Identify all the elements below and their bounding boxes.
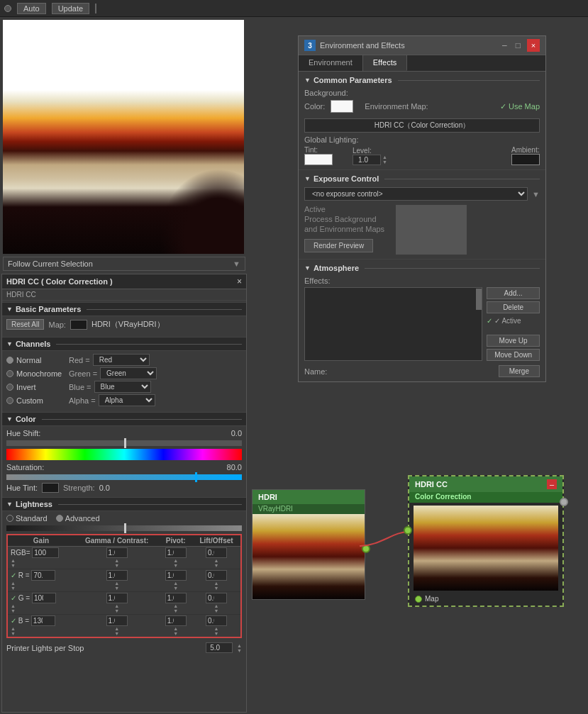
basic-params-title: Basic Parameters [16, 305, 81, 313]
g-check: ✓ [11, 594, 16, 602]
r-lift-input[interactable] [206, 570, 227, 581]
atm-line [365, 268, 540, 269]
common-params-section: ▼ Common Parameters Background: Color: E… [299, 72, 545, 169]
g-lift-input[interactable] [206, 593, 227, 603]
cc-node-subtitle: Color Correction [409, 492, 562, 503]
tab-effects[interactable]: Effects [363, 55, 407, 71]
maximize-button[interactable]: □ [514, 40, 523, 50]
b-gain-input[interactable] [31, 615, 55, 626]
lightness-content: Standard Advanced Gain Gamma / Contrast:… [2, 511, 246, 657]
cc-map-row: Map [409, 593, 562, 606]
delete-button[interactable]: Delete [487, 301, 540, 313]
merge-button[interactable]: Merge [499, 365, 540, 377]
hue-tint-swatch[interactable] [42, 483, 59, 493]
rgb-pivot-input[interactable] [165, 547, 187, 558]
saturation-slider[interactable] [6, 474, 242, 480]
bg-color-swatch[interactable] [331, 100, 353, 113]
b-lift-input[interactable] [206, 615, 227, 626]
mono-radio[interactable] [6, 370, 13, 377]
r-gain-input[interactable] [31, 570, 55, 581]
green-channel-select[interactable]: Green [100, 367, 157, 379]
tint-swatch[interactable] [304, 154, 333, 165]
ambient-swatch[interactable] [511, 154, 540, 165]
r-gamma-input[interactable] [106, 570, 128, 581]
rgb-lift-input[interactable] [206, 547, 227, 558]
ambient-label: Ambient: [511, 146, 540, 154]
add-button[interactable]: Add... [487, 287, 540, 299]
col-lift: Lift/Offset [192, 535, 241, 547]
use-map-check[interactable]: ✓ Use Map [500, 102, 540, 111]
red-eq: Red = [69, 356, 90, 364]
exp-process-row: Process Background [304, 215, 384, 223]
standard-radio[interactable] [6, 515, 13, 522]
hdri-output-connector[interactable] [362, 545, 370, 553]
tab-environment[interactable]: Environment [299, 55, 363, 71]
blue-channel-select[interactable]: Blue [94, 381, 151, 393]
gain-thumb [124, 523, 126, 533]
top-toolbar: Auto Update [0, 0, 588, 17]
bg-row: Color: Environment Map: ✓ Use Map [304, 100, 540, 113]
cc-output-connector[interactable] [560, 498, 568, 506]
move-up-button[interactable]: Move Up [487, 335, 540, 347]
hue-shift-slider[interactable] [6, 440, 242, 446]
rgb-gain-input[interactable] [32, 547, 59, 558]
printer-value-input[interactable] [206, 642, 233, 653]
invert-radio[interactable] [6, 384, 13, 391]
cc-input-connector[interactable] [404, 526, 412, 535]
gain-track[interactable] [6, 525, 242, 531]
reset-all-button[interactable]: Reset All [6, 319, 44, 330]
lightness-header[interactable]: ▼ Lightness [2, 497, 246, 511]
hdri-panel-close[interactable]: × [237, 277, 242, 286]
g-gain-input[interactable] [32, 593, 56, 603]
exp-control-select[interactable]: <no exposure control> [304, 187, 528, 201]
level-input[interactable] [353, 155, 381, 165]
red-channel-select[interactable]: Red [93, 354, 150, 366]
channels-header[interactable]: ▼ Channels [2, 337, 246, 351]
col-gamma: Gamma / Contrast: [74, 535, 160, 547]
standard-radio-group[interactable]: Standard [6, 514, 48, 523]
follow-dropdown-arrow: ▼ [233, 260, 240, 268]
g-gamma-input[interactable] [106, 593, 128, 603]
exp-content-row: Active Process Background and Environmen… [304, 205, 540, 255]
basic-params-header[interactable]: ▼ Basic Parameters [2, 302, 246, 316]
row-g-gamma: ▲▼ [74, 592, 160, 615]
gl-row: Tint: Level: ▲▼ Ambient: [304, 146, 540, 165]
move-down-button[interactable]: Move Down [487, 349, 540, 361]
rgb-gamma-input[interactable] [106, 547, 128, 558]
g-pivot-input[interactable] [165, 593, 187, 603]
color-arrow: ▼ [6, 415, 13, 423]
auto-radio[interactable] [4, 5, 11, 12]
exp-dropdown-row: <no exposure control> ▼ [304, 187, 540, 201]
hue-gradient-bar [6, 449, 242, 460]
color-header[interactable]: ▼ Color [2, 412, 246, 426]
render-preview-button[interactable]: Render Preview [304, 239, 373, 252]
exp-dropdown-arrow: ▼ [532, 190, 540, 199]
level-input-group: ▲▼ [353, 155, 387, 165]
rgb-lift-arrows: ▲▼ [195, 558, 238, 568]
advanced-radio[interactable] [56, 515, 63, 522]
map-swatch[interactable] [70, 320, 87, 330]
advanced-radio-group[interactable]: Advanced [56, 514, 100, 523]
follow-selection-bar[interactable]: Follow Current Selection ▼ [3, 257, 245, 271]
close-button[interactable]: × [527, 39, 540, 52]
b-pivot-input[interactable] [165, 615, 187, 626]
auto-button[interactable]: Auto [17, 3, 46, 14]
custom-radio[interactable] [6, 397, 13, 404]
env-map-button[interactable]: HDRI CC（Color Correction） [304, 118, 540, 133]
update-button[interactable]: Update [52, 3, 89, 14]
r-pivot-input[interactable] [165, 570, 187, 581]
minimize-button[interactable]: – [500, 40, 509, 50]
lightness-arrow: ▼ [6, 501, 13, 508]
cp-section-header: ▼ Common Parameters [304, 76, 540, 84]
alpha-channel-select[interactable]: Alpha [99, 394, 155, 406]
cc-node-minus[interactable]: – [547, 479, 557, 489]
row-g-label: ✓ G = ▲▼ [7, 592, 74, 615]
hdri-type-label: HDRI（VRayHDRI） [91, 319, 165, 330]
effects-scrollbar[interactable] [476, 288, 482, 360]
row-rgb-gamma: ▲▼ [74, 547, 160, 569]
b-gamma-input[interactable] [106, 615, 128, 626]
exp-process-label: Process Background [304, 215, 377, 223]
row-r-lift: ▲▼ [192, 569, 241, 592]
normal-radio[interactable] [6, 357, 13, 364]
effects-label: Effects: [304, 277, 540, 285]
